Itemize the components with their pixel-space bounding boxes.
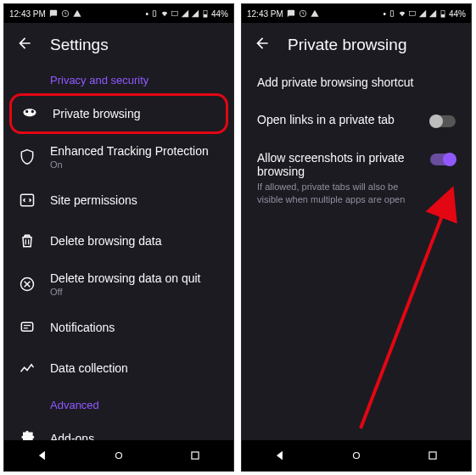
signal-icon: [418, 9, 427, 18]
sub-delete-on-quit: Off: [50, 287, 220, 297]
vibrate-icon: [388, 9, 396, 18]
svg-line-13: [361, 189, 452, 428]
phone-left: 12:43 PM • 44% Settings Privacy and secu…: [3, 3, 234, 472]
signal2-icon: [191, 9, 199, 18]
nav-bar: [4, 440, 233, 471]
svg-rect-10: [410, 12, 416, 16]
toggle-open-links[interactable]: [430, 115, 456, 127]
row-site-permissions[interactable]: Site permissions: [4, 180, 233, 221]
status-battery: 44%: [449, 9, 466, 19]
clock-icon: [299, 9, 307, 18]
back-icon[interactable]: [16, 35, 33, 55]
svg-rect-12: [441, 14, 445, 17]
label-open-links: Open links in a private tab: [257, 113, 420, 126]
page-title: Settings: [50, 36, 109, 54]
delete-quit-icon: [18, 275, 36, 293]
row-open-links[interactable]: Open links in a private tab: [242, 101, 471, 139]
label-allow-screenshots: Allow screenshots in private browsing: [257, 151, 420, 178]
mask-icon: [20, 104, 39, 123]
wifi-icon: [160, 9, 169, 18]
warning-icon: [73, 9, 81, 18]
label-site-permissions: Site permissions: [50, 193, 220, 207]
battery-icon: [439, 9, 447, 18]
section-header-privacy: Privacy and security: [4, 64, 233, 93]
status-battery: 44%: [211, 9, 228, 19]
svg-rect-1: [172, 12, 178, 16]
trash-icon: [18, 232, 36, 250]
nav-back-icon[interactable]: [272, 448, 288, 463]
row-delete-on-quit[interactable]: Delete browsing data on quit Off: [4, 261, 233, 307]
chart-icon: [18, 359, 36, 377]
svg-rect-15: [429, 452, 436, 459]
wifi-icon: [398, 9, 406, 18]
row-notifications[interactable]: Notifications: [4, 307, 233, 348]
permissions-icon: [18, 191, 36, 210]
notification-icon: [18, 318, 36, 337]
status-bar: 12:43 PM • 44%: [4, 4, 233, 23]
svg-point-14: [354, 453, 360, 459]
sub-allow-screenshots: If allowed, private tabs will also be vi…: [257, 181, 410, 206]
label-etp: Enhanced Tracking Protection: [50, 144, 220, 158]
message-icon: [49, 9, 58, 18]
message-icon: [287, 9, 295, 18]
status-bar: 12:43 PM • 44%: [242, 4, 471, 23]
status-time: 12:43 PM: [9, 9, 46, 19]
sub-etp: On: [50, 159, 220, 170]
row-delete-data[interactable]: Delete browsing data: [4, 221, 233, 261]
label-data-collection: Data collection: [50, 361, 220, 375]
header: Private browsing: [242, 23, 471, 64]
signal2-icon: [428, 9, 437, 18]
svg-rect-8: [192, 452, 199, 459]
label-private-browsing: Private browsing: [53, 107, 217, 120]
phone-right: 12:43 PM • 44% Private browsing Add priv…: [241, 3, 472, 472]
label-add-shortcut: Add private browsing shortcut: [257, 75, 456, 89]
section-header-advanced: Advanced: [4, 388, 233, 418]
status-dot: •: [145, 9, 148, 19]
row-add-shortcut[interactable]: Add private browsing shortcut: [242, 64, 471, 101]
nav-recent-icon[interactable]: [425, 448, 440, 463]
svg-rect-3: [204, 14, 207, 17]
battery-icon: [201, 9, 210, 18]
row-private-browsing[interactable]: Private browsing: [9, 93, 228, 134]
volte-icon: [408, 9, 417, 18]
nav-bar: [242, 440, 471, 471]
row-allow-screenshots[interactable]: Allow screenshots in private browsing If…: [242, 139, 471, 218]
toggle-allow-screenshots[interactable]: [430, 154, 456, 165]
label-notifications: Notifications: [50, 321, 220, 334]
nav-back-icon[interactable]: [35, 448, 50, 463]
nav-home-icon[interactable]: [111, 448, 126, 463]
header: Settings: [4, 23, 233, 64]
nav-recent-icon[interactable]: [188, 448, 203, 463]
svg-rect-6: [21, 322, 32, 331]
shield-icon: [18, 148, 36, 166]
settings-list: Privacy and security Private browsing En…: [4, 64, 233, 459]
label-delete-on-quit: Delete browsing data on quit: [50, 271, 220, 285]
warning-icon: [311, 9, 319, 18]
row-data-collection[interactable]: Data collection: [4, 348, 233, 388]
signal-icon: [181, 9, 189, 18]
status-time: 12:43 PM: [247, 9, 283, 19]
volte-icon: [171, 9, 179, 18]
svg-rect-4: [21, 194, 34, 205]
vibrate-icon: [150, 9, 159, 18]
status-dot: •: [383, 9, 386, 19]
svg-point-7: [116, 453, 122, 459]
row-etp[interactable]: Enhanced Tracking Protection On: [4, 134, 233, 180]
clock-icon: [61, 9, 70, 18]
nav-home-icon[interactable]: [349, 448, 364, 463]
back-icon[interactable]: [254, 35, 271, 55]
page-title: Private browsing: [288, 36, 406, 54]
label-delete-data: Delete browsing data: [50, 234, 220, 248]
